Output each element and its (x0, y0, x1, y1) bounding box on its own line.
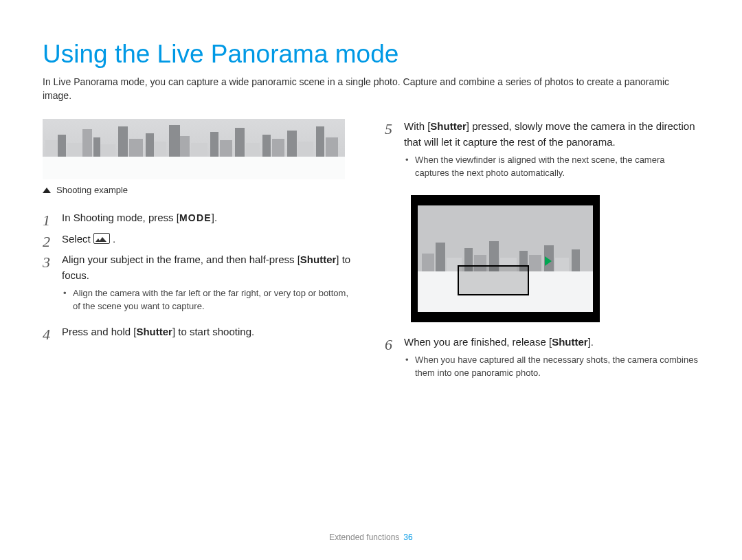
shooting-example-caption: Shooting example (43, 185, 357, 195)
footer-page-number: 36 (403, 533, 412, 542)
caption-text: Shooting example (56, 185, 128, 195)
step-4: Press and hold [Shutter] to start shooti… (43, 324, 357, 340)
step-5-note: When the viewfinder is aligned with the … (404, 154, 699, 180)
page-footer: Extended functions36 (0, 533, 742, 542)
right-column: With [Shutter] pressed, slowly move the … (385, 119, 699, 391)
steps-left: In Shooting mode, press [MODE]. Select .… (43, 210, 357, 339)
shooting-example-illustration (43, 119, 345, 179)
step-6: When you are finished, release [Shutter]… (385, 335, 699, 385)
step-6-note: When you have captured all the necessary… (404, 354, 699, 380)
intro-paragraph: In Live Panorama mode, you can capture a… (43, 76, 699, 102)
pan-direction-arrow-icon (545, 256, 552, 266)
step-3-note: Align the camera with the far left or th… (62, 287, 357, 313)
viewfinder-illustration (411, 195, 600, 322)
steps-right: With [Shutter] pressed, slowly move the … (385, 119, 699, 385)
capture-frame-overlay (458, 265, 529, 295)
triangle-up-icon (43, 188, 51, 193)
step-1: In Shooting mode, press [MODE]. (43, 210, 357, 226)
step-2: Select . (43, 232, 357, 247)
left-column: Shooting example In Shooting mode, press… (43, 119, 357, 391)
step-3: Align your subject in the frame, and the… (43, 252, 357, 319)
page-title: Using the Live Panorama mode (43, 40, 699, 69)
step-5: With [Shutter] pressed, slowly move the … (385, 119, 699, 322)
panorama-mode-icon (93, 233, 110, 244)
mode-button-label: MODE (179, 212, 212, 223)
footer-section: Extended functions (329, 533, 399, 542)
